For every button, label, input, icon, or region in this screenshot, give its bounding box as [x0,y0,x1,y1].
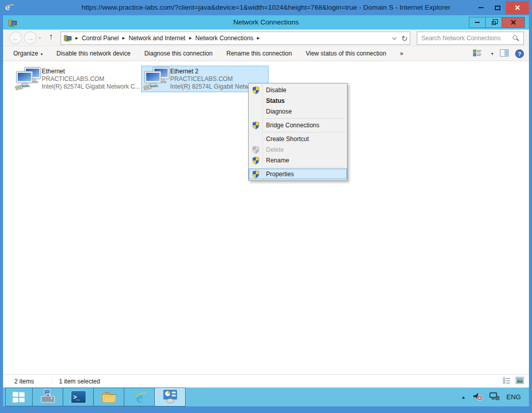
uac-shield-icon [252,121,260,131]
window-minimize-button[interactable] [469,17,486,27]
breadcrumb-arrow-icon: ▶ [253,36,263,40]
server-manager-icon [40,389,56,405]
connection-device: Intel(R) 82574L Gigabit Netwo [170,83,252,91]
large-icons-view-button[interactable] [516,377,524,386]
items-count: 2 items [14,378,34,385]
context-menu-item-diagnose[interactable]: Diagnose [249,106,347,117]
change-view-button[interactable] [473,49,482,59]
disable-device-command[interactable]: Disable this network device [57,50,130,57]
organize-button[interactable]: Organize▾ [13,50,43,57]
windows-logo-icon [13,392,24,402]
search-icon[interactable] [513,35,517,40]
view-status-command[interactable]: View status of this connection [306,50,386,57]
context-menu-item-disable[interactable]: Disable [249,85,347,95]
network-tray-icon[interactable] [489,392,500,402]
screen: e https://www.practice-labs.com/?client=… [0,0,532,413]
volume-muted-icon[interactable] [472,392,483,402]
connection-device: Intel(R) 82574L Gigabit Network C... [42,83,140,91]
breadcrumb-network-connections[interactable]: Network Connections [195,35,253,42]
close-icon [510,19,517,26]
restore-icon [492,21,496,25]
system-tray: ▲ ENG [461,388,529,406]
connection-name: Ethernet 2 [170,68,252,75]
context-menu-item-rename[interactable]: Rename [249,155,347,166]
up-button[interactable]: ↑ [49,32,53,41]
rename-connection-command[interactable]: Rename this connection [226,50,292,57]
command-toolbar: Organize▾ Disable this network device Di… [3,46,529,61]
uac-shield-icon [252,156,260,166]
taskbar-network-connections-button-active[interactable] [155,388,185,406]
context-menu-item-status[interactable]: Status [249,95,347,106]
context-menu-item-create-shortcut[interactable]: Create Shortcut [249,133,347,144]
more-commands-chevron[interactable]: » [400,50,404,57]
powershell-icon: >_ [71,391,86,403]
breadcrumb-arrow-icon: ▶ [185,36,195,40]
context-menu-item-delete: Delete [249,144,347,155]
internet-explorer-icon: e [136,390,143,405]
uac-shield-icon [252,170,260,180]
uac-shield-disabled-icon [252,146,260,155]
connection-name: Ethernet [42,68,140,75]
menu-separator [264,132,345,132]
context-menu-item-properties[interactable]: Properties [249,169,347,179]
refresh-icon[interactable]: ↻ [401,35,408,42]
recent-pages-dropdown[interactable]: ▾ [39,36,41,40]
network-connections-window: Network Connections ← → ▾ ↑ [3,15,529,388]
uac-shield-icon [252,86,260,96]
context-menu: Disable Status Diagnose Bridge Connectio… [248,83,348,181]
forward-button[interactable]: → [24,32,37,44]
taskbar-server-manager-button[interactable] [33,388,63,406]
address-bar[interactable]: ▶ Control Panel ▶ Network and Internet ▶… [61,32,410,45]
help-button[interactable]: ? [515,49,524,58]
taskbar-file-explorer-button[interactable] [94,388,124,406]
context-menu-item-bridge-connections[interactable]: Bridge Connections [249,120,347,130]
control-panel-icon [162,389,178,405]
connection-domain: PRACTICELABS.COM [170,75,252,83]
ie-titlebar[interactable]: e https://www.practice-labs.com/?client=… [0,0,532,15]
taskbar: >_ e [3,388,529,406]
file-explorer-icon [101,390,117,404]
connection-domain: PRACTICELABS.COM [42,75,140,83]
dropdown-arrow-icon: ▾ [41,52,43,57]
breadcrumb-network-and-internet[interactable]: Network and Internet [129,35,185,42]
window-titlebar[interactable]: Network Connections [3,15,529,30]
taskbar-internet-explorer-button[interactable]: e [124,388,155,406]
ie-close-button[interactable] [506,1,529,14]
search-box [417,32,524,45]
language-indicator[interactable]: ENG [507,393,521,401]
menu-separator [264,167,345,168]
breadcrumb-control-panel[interactable]: Control Panel [82,35,119,42]
breadcrumb-arrow-icon: ▶ [119,36,128,40]
address-dropdown-icon[interactable] [392,35,396,39]
ie-minimize-button[interactable] [473,1,489,14]
remote-desktop: Network Connections ← → ▾ ↑ [3,15,529,406]
view-dropdown-icon[interactable]: ▾ [491,51,493,56]
search-input[interactable] [421,33,508,44]
minimize-icon [475,22,480,23]
tray-expand-icon[interactable]: ▲ [461,395,466,400]
preview-pane-button[interactable] [500,49,509,58]
ie-maximize-button[interactable] [489,1,506,14]
connection-tile-ethernet[interactable]: Ethernet PRACTICELABS.COM Intel(R) 82574… [13,66,140,92]
status-bar: 2 items 1 item selected [3,374,529,388]
navigation-bar: ← → ▾ ↑ ▶ Control Panel ▶ Network [3,30,529,46]
maximize-icon [495,6,500,10]
back-button[interactable]: ← [9,32,22,44]
forward-arrow-icon: → [27,34,34,42]
selected-count: 1 item selected [51,378,100,385]
minimize-icon [478,7,484,8]
close-icon [514,5,521,11]
window-title: Network Connections [3,15,529,30]
back-arrow-icon: ← [12,34,19,42]
network-adapter-icon [142,67,170,92]
address-location-icon [64,34,72,43]
diagnose-connection-command[interactable]: Diagnose this connection [144,50,212,57]
details-view-button[interactable] [503,377,511,386]
breadcrumb-arrow-icon: ▶ [72,36,82,40]
window-restore-button[interactable] [486,17,502,27]
start-button[interactable] [5,388,33,406]
ie-window-title: https://www.practice-labs.com/?client=ja… [0,0,532,15]
network-adapter-icon [13,67,42,92]
window-close-button[interactable] [502,17,524,27]
taskbar-powershell-button[interactable]: >_ [63,388,94,406]
